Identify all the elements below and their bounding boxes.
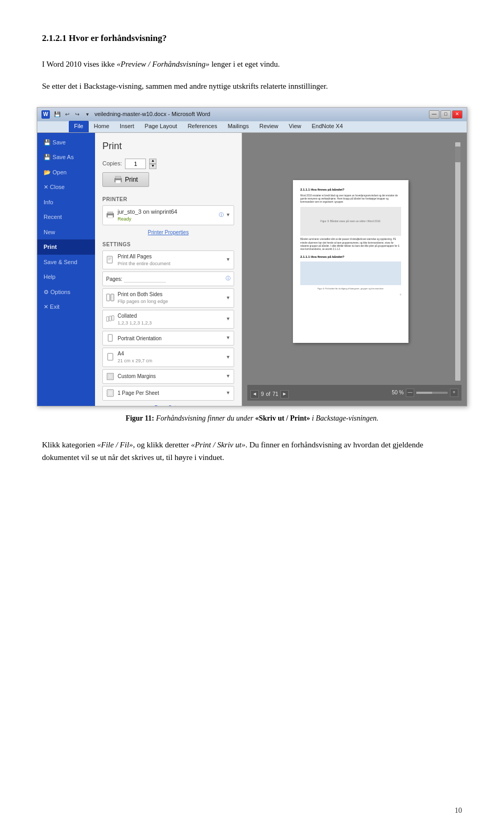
tab-view[interactable]: View	[284, 121, 307, 132]
sidebar-item-saveas[interactable]: 💾 Save As	[37, 150, 95, 165]
sidebar-item-info[interactable]: Info	[37, 195, 95, 210]
page-total: 71	[272, 390, 278, 398]
margins-icon	[106, 372, 114, 381]
preview-scrollbar[interactable]	[455, 142, 460, 381]
prev-page-button[interactable]: ◄	[250, 390, 259, 399]
both-sides-label: Print on Both Sides	[118, 290, 224, 298]
paragraph-3: Klikk kategorien «File / Fil», og klikk …	[42, 438, 462, 464]
orientation-label: Portrait Orientation	[118, 334, 224, 342]
p2-text: Se etter det i Backstage-visning, sammen…	[42, 82, 328, 90]
italic-text: «Preview / Forhåndsvisning»	[117, 60, 209, 68]
sidebar-item-print[interactable]: Print	[37, 239, 95, 255]
page-setup-link[interactable]: Page Setup	[102, 404, 234, 406]
margins-arrow: ▼	[226, 373, 230, 380]
maximize-button[interactable]: □	[440, 110, 451, 119]
setting-margins[interactable]: Custom Margins ▼	[102, 369, 234, 384]
printer-status: Ready	[118, 216, 219, 223]
paragraph-1: I Word 2010 vises ikke «Preview / Forhån…	[42, 58, 462, 70]
preview-figure-3: Figur 3: Båndet vises på noen av eldre i…	[300, 207, 401, 236]
next-page-button[interactable]: ►	[280, 390, 289, 399]
svg-rect-5	[108, 215, 113, 218]
printer-name: jur_sto_3 on winprint64	[118, 207, 219, 216]
sidebar-item-exit[interactable]: ✕ Exit	[37, 299, 95, 315]
tab-review[interactable]: Review	[254, 121, 284, 132]
save-icon: 💾	[44, 139, 51, 145]
pages-field-label: Pages:	[106, 276, 124, 282]
printer-icon	[113, 176, 123, 183]
svg-rect-4	[108, 212, 113, 214]
svg-rect-20	[108, 391, 112, 395]
tab-references[interactable]: References	[182, 121, 222, 132]
margins-label: Custom Margins	[118, 372, 224, 380]
options-icon: ⚙	[44, 289, 49, 295]
printer-selector[interactable]: jur_sto_3 on winprint64 Ready ⓘ ▼	[102, 205, 234, 225]
setting-pages-per-sheet[interactable]: 1 Page Per Sheet ▼	[102, 386, 234, 401]
sidebar-item-options[interactable]: ⚙ Options	[37, 285, 95, 300]
zoom-in-button[interactable]: +	[450, 389, 458, 397]
svg-rect-10	[107, 294, 110, 301]
pages-input[interactable]	[124, 276, 166, 283]
orientation-icon	[106, 334, 114, 342]
setting-paper-size[interactable]: A4 21 cm x 29,7 cm ▼	[102, 348, 234, 367]
sidebar-item-recent[interactable]: Recent	[37, 210, 95, 225]
sidebar-item-save[interactable]: 💾 Save	[37, 135, 95, 150]
both-sides-arrow: ▼	[226, 295, 230, 302]
tab-home[interactable]: Home	[89, 121, 114, 132]
setting-both-sides[interactable]: Print on Both Sides Flip pages on long e…	[102, 288, 234, 308]
copies-down[interactable]: ▼	[149, 164, 156, 169]
setting-pages[interactable]: Pages: ⓘ	[102, 271, 234, 286]
section-heading: 2.1.2.1 Hvor er forhåndsvisning?	[42, 32, 462, 45]
title-bar-left: W 💾 ↩ ↪ ▾ veiledning-master-w10.docx - M…	[41, 110, 210, 119]
qat-redo[interactable]: ↪	[73, 110, 81, 119]
page-navigation: ◄ 9 of 71 ►	[250, 390, 289, 399]
printer-small-icon	[106, 212, 114, 219]
copies-up[interactable]: ▲	[149, 159, 156, 164]
tab-endnote[interactable]: EndNote X4	[307, 121, 348, 132]
collated-arrow: ▼	[226, 316, 230, 323]
preview-figure-3-text: Båndet summerer unenødlet slikt at det p…	[300, 238, 401, 251]
exit-icon: ✕	[44, 304, 48, 310]
collated-sub: 1,2,3 1,2,3 1,2,3	[118, 320, 224, 327]
setting-orientation[interactable]: Portrait Orientation ▼	[102, 331, 234, 346]
tab-mailings[interactable]: Mailings	[223, 121, 254, 132]
quick-access-toolbar: 💾 ↩ ↪ ▾	[53, 110, 91, 119]
paper-size-label: A4	[118, 350, 224, 358]
sidebar-item-close[interactable]: ✕ Close	[37, 180, 95, 195]
zoom-bar[interactable]	[416, 392, 448, 394]
print-button[interactable]: Print	[102, 172, 149, 187]
svg-rect-18	[108, 374, 112, 379]
tab-file[interactable]: File	[69, 121, 89, 132]
tab-insert[interactable]: Insert	[114, 121, 140, 132]
sidebar-item-savesend[interactable]: Save & Send	[37, 255, 95, 270]
orientation-arrow: ▼	[226, 334, 230, 342]
svg-rect-16	[108, 353, 113, 360]
pages-info-icon: ⓘ	[226, 275, 230, 283]
minimize-button[interactable]: —	[429, 110, 439, 119]
sidebar-item-help[interactable]: Help	[37, 269, 95, 285]
setting-print-all-pages[interactable]: Print All Pages Print the entire documen…	[102, 250, 234, 270]
qat-undo[interactable]: ↩	[63, 110, 71, 119]
persheet-arrow: ▼	[226, 390, 230, 397]
copies-input[interactable]	[125, 159, 146, 169]
preview-page-num: 4	[300, 293, 401, 297]
settings-section-label: Settings	[102, 240, 234, 248]
zoom-out-button[interactable]: —	[406, 389, 414, 397]
paper-icon	[106, 353, 114, 361]
figure-container: W 💾 ↩ ↪ ▾ veiledning-master-w10.docx - M…	[42, 107, 462, 424]
sidebar-item-new[interactable]: New	[37, 225, 95, 240]
svg-rect-11	[111, 294, 114, 301]
qat-more[interactable]: ▾	[83, 110, 91, 119]
svg-rect-14	[112, 316, 114, 320]
preview-scroll: 2.1.1.1 Hva finnes på båndet? Word 2010 …	[247, 138, 454, 385]
setting-collated[interactable]: Collated 1,2,3 1,2,3 1,2,3 ▼	[102, 310, 234, 329]
close-button[interactable]: ✕	[452, 110, 463, 119]
qat-save[interactable]: 💾	[53, 110, 61, 119]
print-italic: «Print / Skriv ut»	[191, 441, 246, 449]
tab-page-layout[interactable]: Page Layout	[140, 121, 183, 132]
svg-rect-15	[108, 334, 112, 341]
copies-row: Copies: ▲ ▼	[102, 159, 234, 169]
sidebar-item-open[interactable]: 📂 Open	[37, 165, 95, 180]
preview-figure-4-caption: Figur 4: På båndet får du tilgang til ka…	[300, 287, 401, 290]
printer-properties-link[interactable]: Printer Properties	[102, 228, 234, 236]
preview-page-body: Word 2010 erstatter et bredt blad og ove…	[300, 194, 401, 204]
